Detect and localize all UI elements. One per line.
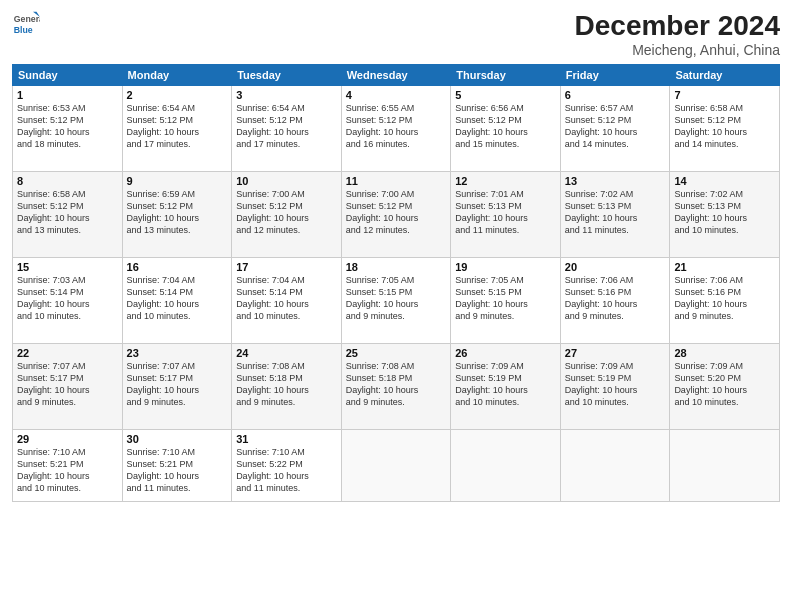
day-cell-21: 21Sunrise: 7:06 AM Sunset: 5:16 PM Dayli…: [670, 258, 780, 344]
day-number-6: 6: [565, 89, 666, 101]
day-number-1: 1: [17, 89, 118, 101]
logo-icon: General Blue: [12, 10, 40, 38]
day-cell-13: 13Sunrise: 7:02 AM Sunset: 5:13 PM Dayli…: [560, 172, 670, 258]
day-number-19: 19: [455, 261, 556, 273]
day-info-21: Sunrise: 7:06 AM Sunset: 5:16 PM Dayligh…: [674, 274, 775, 323]
day-number-23: 23: [127, 347, 228, 359]
day-cell-27: 27Sunrise: 7:09 AM Sunset: 5:19 PM Dayli…: [560, 344, 670, 430]
empty-cell: [560, 430, 670, 502]
svg-text:Blue: Blue: [14, 25, 33, 35]
weekday-header-friday: Friday: [560, 65, 670, 86]
calendar-container: General Blue December 2024 Meicheng, Anh…: [0, 0, 792, 612]
day-number-22: 22: [17, 347, 118, 359]
day-info-5: Sunrise: 6:56 AM Sunset: 5:12 PM Dayligh…: [455, 102, 556, 151]
day-info-13: Sunrise: 7:02 AM Sunset: 5:13 PM Dayligh…: [565, 188, 666, 237]
day-info-22: Sunrise: 7:07 AM Sunset: 5:17 PM Dayligh…: [17, 360, 118, 409]
day-info-1: Sunrise: 6:53 AM Sunset: 5:12 PM Dayligh…: [17, 102, 118, 151]
day-cell-7: 7Sunrise: 6:58 AM Sunset: 5:12 PM Daylig…: [670, 86, 780, 172]
weekday-header-sunday: Sunday: [13, 65, 123, 86]
title-block: December 2024 Meicheng, Anhui, China: [575, 10, 780, 58]
day-number-5: 5: [455, 89, 556, 101]
weekday-header-saturday: Saturday: [670, 65, 780, 86]
day-cell-17: 17Sunrise: 7:04 AM Sunset: 5:14 PM Dayli…: [232, 258, 342, 344]
weekday-header-monday: Monday: [122, 65, 232, 86]
day-cell-12: 12Sunrise: 7:01 AM Sunset: 5:13 PM Dayli…: [451, 172, 561, 258]
day-info-11: Sunrise: 7:00 AM Sunset: 5:12 PM Dayligh…: [346, 188, 447, 237]
location: Meicheng, Anhui, China: [575, 42, 780, 58]
day-number-9: 9: [127, 175, 228, 187]
day-info-30: Sunrise: 7:10 AM Sunset: 5:21 PM Dayligh…: [127, 446, 228, 495]
day-info-9: Sunrise: 6:59 AM Sunset: 5:12 PM Dayligh…: [127, 188, 228, 237]
day-cell-25: 25Sunrise: 7:08 AM Sunset: 5:18 PM Dayli…: [341, 344, 451, 430]
day-number-3: 3: [236, 89, 337, 101]
day-cell-3: 3Sunrise: 6:54 AM Sunset: 5:12 PM Daylig…: [232, 86, 342, 172]
day-cell-20: 20Sunrise: 7:06 AM Sunset: 5:16 PM Dayli…: [560, 258, 670, 344]
day-info-31: Sunrise: 7:10 AM Sunset: 5:22 PM Dayligh…: [236, 446, 337, 495]
day-number-29: 29: [17, 433, 118, 445]
day-number-28: 28: [674, 347, 775, 359]
day-number-8: 8: [17, 175, 118, 187]
weekday-header-thursday: Thursday: [451, 65, 561, 86]
day-number-20: 20: [565, 261, 666, 273]
empty-cell: [451, 430, 561, 502]
day-info-12: Sunrise: 7:01 AM Sunset: 5:13 PM Dayligh…: [455, 188, 556, 237]
day-info-29: Sunrise: 7:10 AM Sunset: 5:21 PM Dayligh…: [17, 446, 118, 495]
day-number-15: 15: [17, 261, 118, 273]
day-number-24: 24: [236, 347, 337, 359]
day-info-18: Sunrise: 7:05 AM Sunset: 5:15 PM Dayligh…: [346, 274, 447, 323]
calendar-body: 1Sunrise: 6:53 AM Sunset: 5:12 PM Daylig…: [13, 86, 780, 502]
day-number-26: 26: [455, 347, 556, 359]
calendar-table: SundayMondayTuesdayWednesdayThursdayFrid…: [12, 64, 780, 502]
empty-cell: [670, 430, 780, 502]
day-number-31: 31: [236, 433, 337, 445]
day-number-12: 12: [455, 175, 556, 187]
day-info-16: Sunrise: 7:04 AM Sunset: 5:14 PM Dayligh…: [127, 274, 228, 323]
day-number-11: 11: [346, 175, 447, 187]
day-number-7: 7: [674, 89, 775, 101]
day-cell-2: 2Sunrise: 6:54 AM Sunset: 5:12 PM Daylig…: [122, 86, 232, 172]
day-number-13: 13: [565, 175, 666, 187]
day-info-4: Sunrise: 6:55 AM Sunset: 5:12 PM Dayligh…: [346, 102, 447, 151]
day-cell-9: 9Sunrise: 6:59 AM Sunset: 5:12 PM Daylig…: [122, 172, 232, 258]
day-number-2: 2: [127, 89, 228, 101]
day-cell-24: 24Sunrise: 7:08 AM Sunset: 5:18 PM Dayli…: [232, 344, 342, 430]
day-cell-31: 31Sunrise: 7:10 AM Sunset: 5:22 PM Dayli…: [232, 430, 342, 502]
day-cell-1: 1Sunrise: 6:53 AM Sunset: 5:12 PM Daylig…: [13, 86, 123, 172]
day-number-10: 10: [236, 175, 337, 187]
day-info-23: Sunrise: 7:07 AM Sunset: 5:17 PM Dayligh…: [127, 360, 228, 409]
day-info-15: Sunrise: 7:03 AM Sunset: 5:14 PM Dayligh…: [17, 274, 118, 323]
header: General Blue December 2024 Meicheng, Anh…: [12, 10, 780, 58]
week-row-4: 22Sunrise: 7:07 AM Sunset: 5:17 PM Dayli…: [13, 344, 780, 430]
month-title: December 2024: [575, 10, 780, 42]
day-number-16: 16: [127, 261, 228, 273]
day-info-8: Sunrise: 6:58 AM Sunset: 5:12 PM Dayligh…: [17, 188, 118, 237]
day-cell-5: 5Sunrise: 6:56 AM Sunset: 5:12 PM Daylig…: [451, 86, 561, 172]
week-row-5: 29Sunrise: 7:10 AM Sunset: 5:21 PM Dayli…: [13, 430, 780, 502]
weekday-header-wednesday: Wednesday: [341, 65, 451, 86]
day-number-14: 14: [674, 175, 775, 187]
day-cell-4: 4Sunrise: 6:55 AM Sunset: 5:12 PM Daylig…: [341, 86, 451, 172]
week-row-3: 15Sunrise: 7:03 AM Sunset: 5:14 PM Dayli…: [13, 258, 780, 344]
day-info-6: Sunrise: 6:57 AM Sunset: 5:12 PM Dayligh…: [565, 102, 666, 151]
day-info-27: Sunrise: 7:09 AM Sunset: 5:19 PM Dayligh…: [565, 360, 666, 409]
day-cell-15: 15Sunrise: 7:03 AM Sunset: 5:14 PM Dayli…: [13, 258, 123, 344]
day-info-7: Sunrise: 6:58 AM Sunset: 5:12 PM Dayligh…: [674, 102, 775, 151]
day-number-25: 25: [346, 347, 447, 359]
weekday-header-tuesday: Tuesday: [232, 65, 342, 86]
logo: General Blue: [12, 10, 40, 38]
week-row-1: 1Sunrise: 6:53 AM Sunset: 5:12 PM Daylig…: [13, 86, 780, 172]
day-cell-16: 16Sunrise: 7:04 AM Sunset: 5:14 PM Dayli…: [122, 258, 232, 344]
day-info-10: Sunrise: 7:00 AM Sunset: 5:12 PM Dayligh…: [236, 188, 337, 237]
day-number-4: 4: [346, 89, 447, 101]
day-info-26: Sunrise: 7:09 AM Sunset: 5:19 PM Dayligh…: [455, 360, 556, 409]
day-info-14: Sunrise: 7:02 AM Sunset: 5:13 PM Dayligh…: [674, 188, 775, 237]
svg-text:General: General: [14, 14, 40, 24]
weekday-header-row: SundayMondayTuesdayWednesdayThursdayFrid…: [13, 65, 780, 86]
day-number-17: 17: [236, 261, 337, 273]
day-cell-28: 28Sunrise: 7:09 AM Sunset: 5:20 PM Dayli…: [670, 344, 780, 430]
day-info-25: Sunrise: 7:08 AM Sunset: 5:18 PM Dayligh…: [346, 360, 447, 409]
day-info-28: Sunrise: 7:09 AM Sunset: 5:20 PM Dayligh…: [674, 360, 775, 409]
day-info-19: Sunrise: 7:05 AM Sunset: 5:15 PM Dayligh…: [455, 274, 556, 323]
day-info-2: Sunrise: 6:54 AM Sunset: 5:12 PM Dayligh…: [127, 102, 228, 151]
day-cell-11: 11Sunrise: 7:00 AM Sunset: 5:12 PM Dayli…: [341, 172, 451, 258]
